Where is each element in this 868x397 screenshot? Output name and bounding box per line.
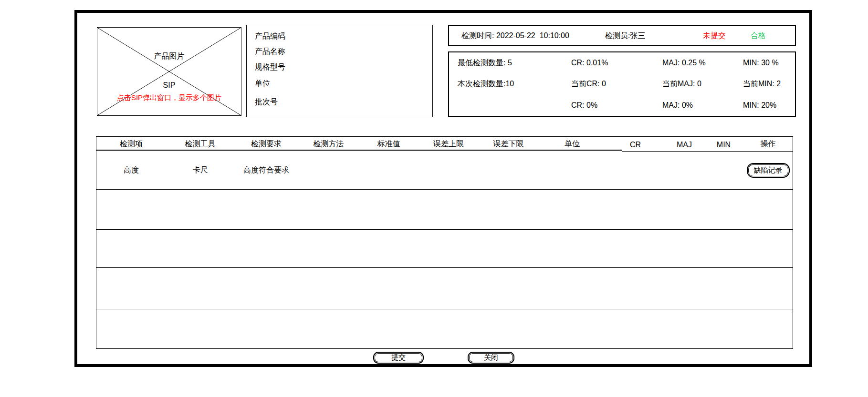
stat-maj-rate: MAJ: 0% bbox=[654, 95, 734, 116]
stat-min-limit: MIN: 30 % bbox=[734, 52, 795, 73]
table-row[interactable]: 高度 卡尺 高度符合要求 缺陷记录 bbox=[96, 152, 793, 190]
defect-record-button[interactable]: 缺陷记录 bbox=[747, 163, 790, 178]
header-cell-tool: 检测工具 bbox=[166, 137, 234, 151]
status-unsubmitted: 未提交 bbox=[703, 31, 726, 41]
header-cell-maj: MAJ bbox=[665, 137, 704, 151]
submit-button[interactable]: 提交 bbox=[373, 352, 424, 364]
inspection-header-panel: 检测时间: 2022-05-22 10:10:00 检测员:张三 未提交 合格 bbox=[448, 25, 796, 46]
header-cell-action: 操作 bbox=[743, 137, 793, 151]
stat-cr-limit: CR: 0.01% bbox=[563, 52, 654, 73]
stat-cr-rate: CR: 0% bbox=[563, 95, 654, 116]
header-divider-left bbox=[96, 150, 622, 151]
product-info-panel: 产品编码 产品名称 规格型号 单位 批次号 bbox=[246, 25, 433, 117]
product-image-label: 产品图片 bbox=[97, 51, 241, 61]
header-cell-requirement: 检测要求 bbox=[234, 137, 298, 151]
table-body: 高度 卡尺 高度符合要求 缺陷记录 bbox=[96, 152, 793, 348]
close-button[interactable]: 关闭 bbox=[468, 352, 514, 364]
inspection-stats-panel: 最低检测数量: 5 CR: 0.01% MAJ: 0.25 % MIN: 30 … bbox=[448, 51, 796, 117]
header-cell-method: 检测方法 bbox=[298, 137, 359, 151]
field-label-spec-model: 规格型号 bbox=[255, 62, 285, 72]
field-label-batch-number: 批次号 bbox=[255, 97, 278, 107]
stat-current-min: 当前MIN: 2 bbox=[734, 73, 795, 94]
table-row-empty bbox=[96, 230, 793, 268]
cell-requirement: 高度符合要求 bbox=[234, 165, 298, 175]
table-row-empty bbox=[96, 190, 793, 230]
product-image-placeholder[interactable]: 产品图片 SIP 点击SIP弹出窗口，显示多个图片 bbox=[97, 27, 241, 116]
status-result: 合格 bbox=[751, 31, 766, 41]
field-label-unit: 单位 bbox=[255, 79, 270, 89]
stat-current-maj: 当前MAJ: 0 bbox=[654, 73, 734, 94]
stat-maj-limit: MAJ: 0.25 % bbox=[654, 52, 734, 73]
inspection-items-table: 检测项 检测工具 检测要求 检测方法 标准值 误差上限 误差下限 单位 CR M… bbox=[96, 136, 793, 349]
cell-item: 高度 bbox=[96, 165, 166, 175]
stat-blank bbox=[449, 95, 563, 116]
stat-min-sample-qty: 最低检测数量: 5 bbox=[449, 52, 563, 73]
header-cell-unit: 单位 bbox=[538, 137, 606, 151]
inspector-name: 检测员:张三 bbox=[605, 31, 645, 41]
field-label-product-code: 产品编码 bbox=[255, 31, 285, 41]
inspection-window: 产品图片 SIP 点击SIP弹出窗口，显示多个图片 产品编码 产品名称 规格型号… bbox=[0, 0, 868, 397]
inspection-time: 检测时间: 2022-05-22 10:10:00 bbox=[461, 31, 569, 41]
table-header-row: 检测项 检测工具 检测要求 检测方法 标准值 误差上限 误差下限 单位 CR M… bbox=[96, 137, 793, 151]
table-row-empty bbox=[96, 309, 793, 348]
stat-current-cr: 当前CR: 0 bbox=[563, 73, 654, 94]
stat-min-rate: MIN: 20% bbox=[734, 95, 795, 116]
header-cell-lower-tolerance: 误差下限 bbox=[479, 137, 538, 151]
header-cell-min: MIN bbox=[704, 137, 743, 151]
field-label-product-name: 产品名称 bbox=[255, 47, 285, 57]
sip-link[interactable]: SIP bbox=[97, 81, 241, 90]
sip-hint-text: 点击SIP弹出窗口，显示多个图片 bbox=[97, 93, 241, 102]
stat-current-sample-qty: 本次检测数量:10 bbox=[449, 73, 563, 94]
header-cell-cr: CR bbox=[606, 137, 665, 151]
header-cell-item: 检测项 bbox=[96, 137, 166, 151]
table-row-empty bbox=[96, 268, 793, 309]
header-cell-standard-value: 标准值 bbox=[359, 137, 418, 151]
cell-tool: 卡尺 bbox=[166, 165, 234, 175]
header-cell-upper-tolerance: 误差上限 bbox=[418, 137, 479, 151]
